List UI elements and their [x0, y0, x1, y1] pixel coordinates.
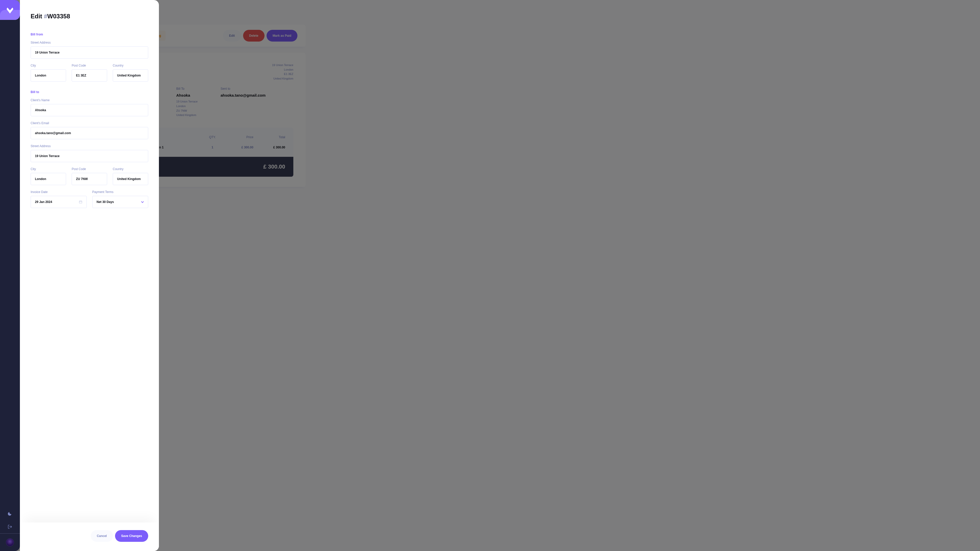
client-name-input[interactable]	[30, 104, 148, 116]
svg-rect-1	[79, 201, 82, 203]
invoice-date-field-label: Invoice Date	[30, 190, 87, 194]
from-city-label: City	[30, 64, 66, 67]
calendar-icon	[79, 200, 83, 204]
drawer-title: Edit #W03358	[20, 0, 159, 29]
to-street-label: Street Address	[30, 144, 148, 148]
section-bill-from: Bill from	[30, 33, 148, 36]
from-postcode-label: Post Code	[72, 64, 107, 67]
from-street-input[interactable]	[30, 46, 148, 59]
client-name-label: Client's Name	[30, 98, 148, 102]
client-email-label: Client's Email	[30, 121, 148, 125]
moon-icon	[7, 511, 13, 516]
to-postcode-input[interactable]	[72, 173, 107, 185]
invoice-date-text: 29 Jan 2024	[35, 200, 52, 204]
to-postcode-label: Post Code	[72, 167, 107, 171]
from-street-label: Street Address	[30, 41, 148, 44]
client-email-input[interactable]	[30, 127, 148, 139]
payment-terms-label: Payment Terms	[92, 190, 148, 194]
from-city-input[interactable]	[30, 69, 66, 82]
to-city-label: City	[30, 167, 66, 171]
logo-icon	[6, 6, 14, 14]
cancel-button[interactable]: Cancel	[91, 530, 113, 542]
avatar-section	[0, 534, 20, 551]
payment-terms-text: Net 30 Days	[97, 200, 114, 204]
logout-button[interactable]	[7, 524, 13, 529]
theme-toggle[interactable]	[7, 511, 13, 516]
app-logo[interactable]	[0, 0, 20, 20]
logout-icon	[8, 524, 12, 529]
to-country-label: Country	[113, 167, 148, 171]
sidebar	[0, 0, 20, 551]
from-country-label: Country	[113, 64, 148, 67]
from-country-input[interactable]	[113, 69, 148, 82]
section-bill-to: Bill to	[30, 90, 148, 94]
to-city-input[interactable]	[30, 173, 66, 185]
payment-terms-select[interactable]: Net 30 Days	[92, 196, 148, 208]
to-country-input[interactable]	[113, 173, 148, 185]
edit-drawer: Edit #W03358 Bill from Street Address Ci…	[20, 0, 159, 551]
save-changes-button[interactable]: Save Changes	[115, 530, 148, 542]
from-postcode-input[interactable]	[72, 69, 107, 82]
drawer-footer: Cancel Save Changes	[20, 522, 159, 551]
avatar[interactable]	[6, 538, 14, 546]
chevron-down-icon	[141, 201, 144, 203]
invoice-date-picker[interactable]: 29 Jan 2024	[30, 196, 87, 208]
to-street-input[interactable]	[30, 150, 148, 162]
